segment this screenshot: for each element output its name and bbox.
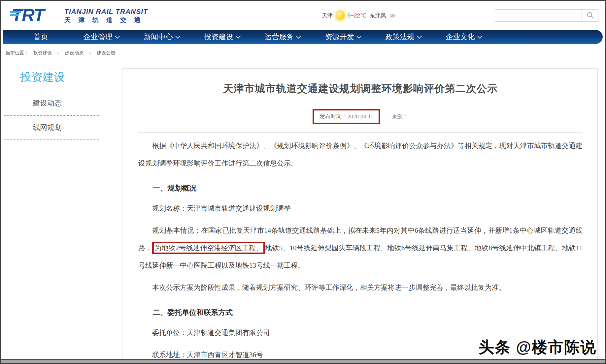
weather-more-icon[interactable]: ≫	[389, 12, 396, 19]
source-label: 来源：	[391, 113, 408, 120]
logo-name-en: TIANJIN RAIL TRANSIT	[64, 8, 148, 15]
nav-item-investment[interactable]: 投资建设	[192, 32, 252, 42]
meta-divider	[138, 132, 583, 133]
article-body: 根据《中华人民共和国环境保护法》、《规划环境影响评价条例》、《环境影响评价公众参…	[138, 137, 583, 364]
chevron-down-icon	[235, 34, 241, 39]
logo-name-zh: 天 津 轨 道 交 通	[64, 16, 148, 24]
article-title: 天津市城市轨道交通建设规划调整环境影响评价第二次公示	[138, 82, 583, 96]
publish-date-highlight-box: 发布时间：2020-04-11	[313, 109, 381, 124]
weather-widget: 天津 9~22℃ 东北风 ≫	[322, 11, 396, 20]
site-header: TRT TIANJIN RAIL TRANSIT 天 津 轨 道 交 通 天津 …	[1, 1, 605, 30]
chevron-down-icon	[115, 34, 120, 39]
site-logo[interactable]: TRT TIANJIN RAIL TRANSIT 天 津 轨 道 交 通	[10, 5, 148, 26]
chevron-down-icon	[417, 34, 422, 39]
main-area: 投资建设 建设动态 线网规划 天津市城市轨道交通建设规划调整环境影响评价第二次公…	[1, 62, 605, 364]
nav-item-policy[interactable]: 政策法规	[373, 32, 433, 42]
main-nav: 首页 企业管理 新闻中心 投资建设 运营服务 资源开发 政策法规 企业文化	[3, 30, 603, 44]
metro-line2-highlight-box: 为地铁2号线延伸空港经济区工程、	[152, 242, 265, 254]
breadcrumb-separator: ＞	[88, 50, 92, 56]
chevron-down-icon	[477, 34, 482, 39]
temp-high: 22℃	[354, 13, 366, 19]
breadcrumb-label: 当前位置：	[6, 50, 29, 56]
breadcrumb: 当前位置： 投资建设 ＞ 建设动态 ＞ 建设公告	[1, 44, 605, 62]
paragraph-plan-name: 规划名称：天津市城市轨道交通建设规划调整	[138, 200, 583, 217]
trt-logo-icon: TRT	[10, 5, 60, 26]
chevron-down-icon	[356, 34, 361, 39]
nav-item-management[interactable]: 企业管理	[71, 32, 131, 42]
search-bar	[495, 9, 598, 22]
chevron-down-icon	[296, 34, 301, 39]
logo-text: TIANJIN RAIL TRANSIT 天 津 轨 道 交 通	[64, 8, 148, 24]
nav-item-home[interactable]: 首页	[11, 32, 71, 42]
nav-item-news[interactable]: 新闻中心	[131, 32, 192, 42]
temp-low: 9	[348, 13, 351, 19]
weather-temp: 9~22℃	[348, 12, 366, 19]
article-meta: 发布时间：2020-04-11 来源：	[138, 109, 583, 124]
search-icon	[587, 12, 594, 20]
paragraph-intro: 根据《中华人民共和国环境保护法》、《规划环境影响评价条例》、《环境影响评价公众参…	[138, 137, 583, 172]
sidebar: 投资建设 建设动态 线网规划	[4, 68, 99, 140]
paragraph-plan-basics: 规划基本情况：在国家已批复天津市14条轨道交通线路基础上，拟在未来5年内对其中6…	[138, 222, 583, 274]
section-heading-2: 二、委托单位和联系方式	[138, 306, 583, 319]
sidebar-item-construction-dynamics[interactable]: 建设动态	[4, 91, 99, 116]
nav-item-culture[interactable]: 企业文化	[433, 32, 494, 42]
breadcrumb-item-investment[interactable]: 投资建设	[33, 50, 52, 56]
section-heading-1: 一、规划概况	[138, 181, 583, 195]
weather-city: 天津	[322, 12, 333, 19]
sidebar-item-network-planning[interactable]: 线网规划	[4, 116, 99, 140]
page: TRT TIANJIN RAIL TRANSIT 天 津 轨 道 交 通 天津 …	[0, 0, 606, 364]
window-bottom-edge	[1, 359, 605, 363]
paragraph-stage-note: 本次公示方案为阶段性成果，随着规划方案研究、环评等工作深化，相关方案将进一步调整…	[138, 279, 583, 296]
nav-item-resources[interactable]: 资源开发	[313, 32, 373, 42]
breadcrumb-separator: ＞	[56, 50, 60, 56]
toutiao-watermark: 头条 @楼市陈说	[479, 337, 596, 358]
breadcrumb-item-notice[interactable]: 建设公告	[97, 50, 115, 56]
breadcrumb-item-dynamics[interactable]: 建设动态	[65, 50, 84, 56]
search-input[interactable]	[495, 10, 582, 21]
nav-item-operation[interactable]: 运营服务	[252, 32, 313, 42]
sun-icon	[336, 11, 345, 20]
weather-wind: 东北风	[369, 12, 386, 19]
article-panel: 天津市城市轨道交通建设规划调整环境影响评价第二次公示 发布时间：2020-04-…	[122, 68, 598, 364]
search-button[interactable]	[582, 10, 598, 21]
sidebar-title: 投资建设	[4, 68, 99, 91]
chevron-down-icon	[175, 34, 180, 39]
temp-separator: ~	[351, 13, 354, 19]
